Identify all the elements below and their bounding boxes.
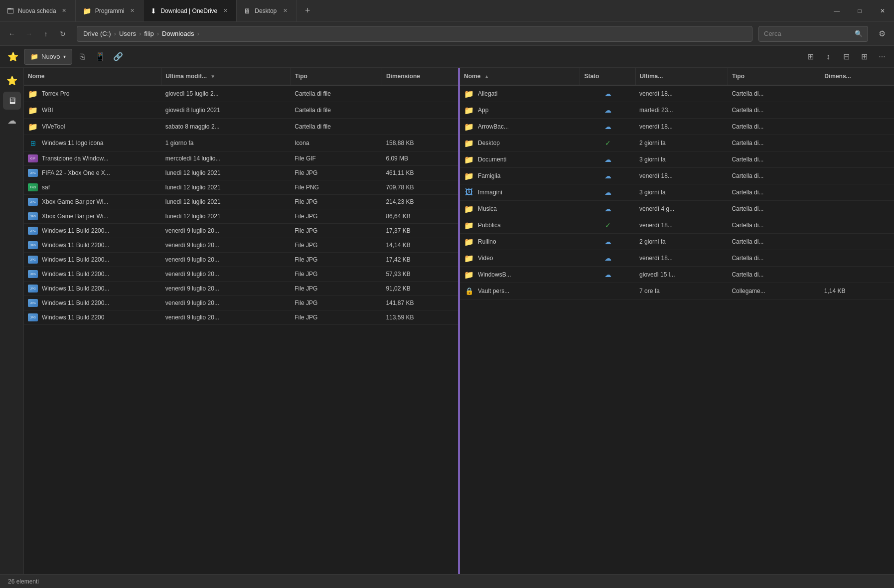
tab-download-onedrive[interactable]: ⬇ Download | OneDrive ✕ xyxy=(144,0,237,21)
left-cell-name-15: JPG Windows 11 Build 2200 xyxy=(24,310,161,325)
left-col-type[interactable]: Tipo xyxy=(291,68,382,85)
left-table-row[interactable]: JPG Xbox Game Bar per Wi... lunedì 12 lu… xyxy=(24,209,458,224)
sidebar-item-cloud[interactable]: ☁ xyxy=(3,112,21,130)
tablet-icon[interactable]: 📱 xyxy=(92,49,108,65)
right-table-row[interactable]: 📁 Video ☁ venerdì 18... Cartella di... xyxy=(460,250,894,267)
right-table-row[interactable]: 📁 Desktop ✓ 2 giorni fa Cartella di... xyxy=(460,135,894,151)
tab-programmi[interactable]: 📁 Programmi ✕ xyxy=(76,0,144,21)
right-cell-name-8: 📁 Pubblica xyxy=(460,217,580,234)
right-cell-type-11: Cartella di... xyxy=(728,267,820,283)
png-icon: PNG xyxy=(28,183,38,191)
left-file-name-12: Windows 11 Build 2200... xyxy=(42,271,109,278)
settings-icon[interactable]: ⚙ xyxy=(874,26,890,42)
left-col-name[interactable]: Nome xyxy=(24,68,161,85)
tab-nuova-scheda-close[interactable]: ✕ xyxy=(60,7,68,15)
right-col-name[interactable]: Nome ▲ xyxy=(460,68,580,85)
new-tab-button[interactable]: + xyxy=(298,2,316,20)
left-cell-modified-3: 1 giorno fa xyxy=(161,135,291,151)
left-table-row[interactable]: JPG Windows 11 Build 2200... venerdì 9 l… xyxy=(24,253,458,267)
breadcrumb-folder[interactable]: Downloads xyxy=(162,30,194,37)
titlebar: 🗔 Nuova scheda ✕ 📁 Programmi ✕ ⬇ Downloa… xyxy=(0,0,894,22)
up-button[interactable]: ↑ xyxy=(38,26,54,42)
breadcrumb-drive[interactable]: Drive (C:) xyxy=(83,30,111,37)
right-cell-name-1: 📁 App xyxy=(460,102,580,119)
refresh-button[interactable]: ↻ xyxy=(55,26,71,42)
new-icon: 📁 xyxy=(30,53,38,60)
minimize-button[interactable]: — xyxy=(825,0,848,22)
right-table-row[interactable]: 📁 Famiglia ☁ venerdì 18... Cartella di..… xyxy=(460,168,894,184)
copy-icon[interactable]: ⎘ xyxy=(74,49,90,65)
left-table-row[interactable]: ⊞ Windows 11 logo icona 1 giorno fa Icon… xyxy=(24,135,458,151)
breadcrumb-users[interactable]: Users xyxy=(119,30,136,37)
right-table-row[interactable]: 📁 ArrowBac... ☁ venerdì 18... Cartella d… xyxy=(460,119,894,135)
close-button[interactable]: ✕ xyxy=(871,0,894,22)
left-cell-name-1: 📁 WBI xyxy=(24,102,161,119)
right-cell-status-9: ☁ xyxy=(580,234,635,250)
new-button[interactable]: 📁 Nuovo ▾ xyxy=(24,49,72,65)
tab-nuova-scheda[interactable]: 🗔 Nuova scheda ✕ xyxy=(0,0,76,21)
sidebar-item-desktop[interactable]: 🖥 xyxy=(3,92,21,110)
right-table-row[interactable]: 📁 Rullino ☁ 2 giorni fa Cartella di... xyxy=(460,234,894,250)
left-col-modified[interactable]: Ultima modif... ▼ xyxy=(161,68,291,85)
left-table-row[interactable]: 📁 ViVeTool sabato 8 maggio 2... Cartella… xyxy=(24,119,458,135)
tab-desktop[interactable]: 🖥 Desktop ✕ xyxy=(237,0,297,21)
left-col-size[interactable]: Dimensione xyxy=(382,68,458,85)
right-file-name-9: Rullino xyxy=(478,238,496,245)
left-cell-type-15: File JPG xyxy=(291,310,382,325)
tab-desktop-close[interactable]: ✕ xyxy=(281,7,289,15)
right-col-type[interactable]: Tipo xyxy=(728,68,820,85)
more-icon[interactable]: ··· xyxy=(874,49,890,65)
view-icon[interactable]: ⊟ xyxy=(838,49,854,65)
left-table-row[interactable]: JPG Windows 11 Build 2200... venerdì 9 l… xyxy=(24,267,458,282)
back-button[interactable]: ← xyxy=(4,26,20,42)
tab-nuova-scheda-icon: 🗔 xyxy=(7,7,14,15)
right-table-row[interactable]: 📁 Pubblica ✓ venerdì 18... Cartella di..… xyxy=(460,217,894,234)
right-cell-status-11: ☁ xyxy=(580,267,635,283)
right-table-row[interactable]: 📁 Musica ☁ venerdì 4 g... Cartella di... xyxy=(460,201,894,217)
tab-programmi-close[interactable]: ✕ xyxy=(128,7,136,15)
maximize-button[interactable]: □ xyxy=(848,0,871,22)
left-table-row[interactable]: JPG Windows 11 Build 2200 venerdì 9 lugl… xyxy=(24,310,458,325)
left-table-row[interactable]: JPG Windows 11 Build 2200... venerdì 9 l… xyxy=(24,238,458,253)
right-table-row[interactable]: 🖼 Immagini ☁ 3 giorni fa Cartella di... xyxy=(460,184,894,201)
left-table-row[interactable]: 📁 WBI giovedì 8 luglio 2021 Cartella di … xyxy=(24,102,458,119)
sort-down-icon: ▼ xyxy=(210,74,215,79)
cloud-status-icon: ☁ xyxy=(604,172,611,180)
right-col-modified[interactable]: Ultima... xyxy=(635,68,728,85)
sort-icon[interactable]: ↕ xyxy=(820,49,836,65)
left-file-table: Nome Ultima modif... ▼ Tipo Dimensione xyxy=(24,68,458,325)
right-table-row[interactable]: 📁 WindowsB... ☁ giovedì 15 l... Cartella… xyxy=(460,267,894,283)
sidebar-item-star[interactable]: ⭐ xyxy=(3,72,21,90)
left-table-row[interactable]: GIF Transizione da Window... mercoledì 1… xyxy=(24,151,458,166)
right-col-status[interactable]: Stato xyxy=(580,68,635,85)
layout-icon[interactable]: ⊞ xyxy=(856,49,872,65)
right-table-row[interactable]: 📁 App ☁ martedì 23... Cartella di... xyxy=(460,102,894,119)
filter-icon[interactable]: ⊞ xyxy=(802,49,818,65)
left-cell-name-9: JPG Windows 11 Build 2200... xyxy=(24,224,161,238)
left-table-row[interactable]: 📁 Torrex Pro giovedì 15 luglio 2... Cart… xyxy=(24,85,458,102)
left-table-row[interactable]: JPG Windows 11 Build 2200... venerdì 9 l… xyxy=(24,282,458,296)
search-placeholder: Cerca xyxy=(764,30,781,37)
left-table-row[interactable]: PNG saf lunedì 12 luglio 2021 File PNG 7… xyxy=(24,180,458,195)
left-table-row[interactable]: JPG Windows 11 Build 2200... venerdì 9 l… xyxy=(24,296,458,310)
right-table-row[interactable]: 📁 Allegati ☁ venerdì 18... Cartella di..… xyxy=(460,85,894,102)
left-file-name-1: WBI xyxy=(42,107,53,114)
left-cell-size-11: 17,42 KB xyxy=(382,253,458,267)
forward-button[interactable]: → xyxy=(21,26,37,42)
right-table-row[interactable]: 🔒 Vault pers... 7 ore fa Collegame... 1,… xyxy=(460,283,894,299)
right-cell-name-7: 📁 Musica xyxy=(460,201,580,217)
window-controls: — □ ✕ xyxy=(825,0,894,22)
left-table-row[interactable]: JPG Xbox Game Bar per Wi... lunedì 12 lu… xyxy=(24,195,458,209)
search-box[interactable]: Cerca 🔍 xyxy=(758,26,868,42)
left-table-row[interactable]: JPG FIFA 22 - Xbox One e X... lunedì 12 … xyxy=(24,166,458,180)
address-bar[interactable]: Drive (C:) › Users › filip › Downloads › xyxy=(77,26,752,42)
left-cell-size-6: 709,78 KB xyxy=(382,180,458,195)
right-col-size[interactable]: Dimens... xyxy=(820,68,894,85)
tab-download-close[interactable]: ✕ xyxy=(221,7,229,15)
breadcrumb-user[interactable]: filip xyxy=(144,30,154,37)
right-table-row[interactable]: 📁 Documenti ☁ 3 giorni fa Cartella di... xyxy=(460,151,894,168)
right-cell-size-5 xyxy=(820,168,894,184)
left-cell-modified-11: venerdì 9 luglio 20... xyxy=(161,253,291,267)
link-icon[interactable]: 🔗 xyxy=(110,49,126,65)
left-table-row[interactable]: JPG Windows 11 Build 2200... venerdì 9 l… xyxy=(24,224,458,238)
